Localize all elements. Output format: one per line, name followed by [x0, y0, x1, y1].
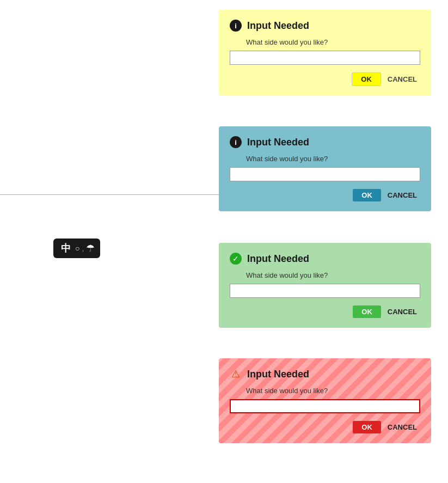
info-icon-blue: i: [230, 136, 242, 148]
dialog-yellow-title: Input Needed: [247, 20, 309, 32]
dialog-red-input[interactable]: [230, 399, 420, 413]
dialog-blue-buttons: OK CANCEL: [230, 189, 420, 201]
dialog-green-title: Input Needed: [247, 253, 309, 265]
info-icon-yellow: i: [230, 20, 242, 32]
dialog-blue: i Input Needed What side would you like?…: [219, 126, 431, 211]
dialog-red-cancel-button[interactable]: CANCEL: [384, 421, 420, 433]
dialog-blue-header: i Input Needed: [230, 136, 420, 148]
toolbar-char: 中: [59, 242, 73, 255]
dialog-red: ⚠ Input Needed What side would you like?…: [219, 358, 431, 443]
toolbar-separator: ,: [82, 244, 84, 253]
dialog-blue-label: What side would you like?: [246, 155, 420, 163]
dialog-green-header: ✓ Input Needed: [230, 253, 420, 265]
dialog-yellow-label: What side would you like?: [246, 38, 420, 46]
dialog-blue-input[interactable]: [230, 167, 420, 181]
dialog-blue-ok-button[interactable]: OK: [353, 189, 381, 201]
dialog-green: ✓ Input Needed What side would you like?…: [219, 243, 431, 328]
check-icon-green: ✓: [230, 253, 242, 265]
dialog-yellow-ok-button[interactable]: OK: [352, 72, 381, 86]
dialog-green-input[interactable]: [230, 284, 420, 298]
dialog-red-ok-button[interactable]: OK: [353, 421, 381, 433]
dialog-yellow: i Input Needed What side would you like?…: [219, 10, 431, 96]
dialog-yellow-buttons: OK CANCEL: [230, 72, 420, 86]
dialog-green-buttons: OK CANCEL: [230, 305, 420, 318]
dialog-blue-cancel-button[interactable]: CANCEL: [384, 189, 420, 201]
dialog-blue-title: Input Needed: [247, 137, 309, 148]
dialog-green-ok-button[interactable]: OK: [353, 305, 381, 318]
dialog-red-header: ⚠ Input Needed: [230, 368, 420, 380]
warning-icon-red: ⚠: [230, 368, 242, 380]
toolbar-umbrella-icon: ☂: [86, 242, 95, 254]
dialog-green-label: What side would you like?: [246, 271, 420, 279]
horizontal-line: [0, 194, 223, 195]
dialog-yellow-cancel-button[interactable]: CANCEL: [384, 73, 420, 85]
dialog-green-cancel-button[interactable]: CANCEL: [384, 305, 420, 318]
dialog-red-title: Input Needed: [247, 369, 309, 380]
dialog-red-label: What side would you like?: [246, 387, 420, 395]
toolbar-dot: ○: [75, 244, 79, 253]
dialog-red-buttons: OK CANCEL: [230, 421, 420, 433]
toolbar-widget: 中 ○ , ☂: [53, 239, 100, 258]
dialog-yellow-input[interactable]: [230, 51, 420, 65]
dialog-yellow-header: i Input Needed: [230, 20, 420, 32]
